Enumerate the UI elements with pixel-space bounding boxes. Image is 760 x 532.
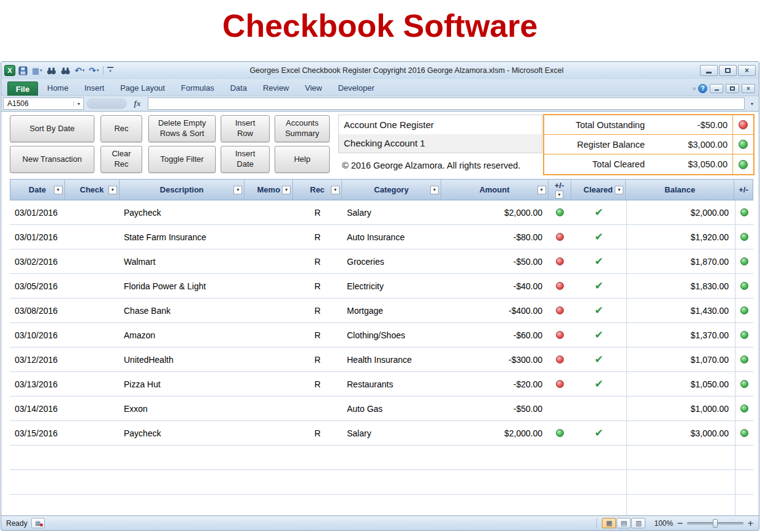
cell-balance[interactable] (626, 446, 735, 469)
cell-amount[interactable]: -$400.00 (441, 298, 549, 322)
cell-check[interactable] (64, 397, 119, 420)
cell-description[interactable]: Florida Power & Light (119, 274, 245, 298)
cell-amount_sign[interactable] (549, 372, 571, 396)
cell-amount_sign[interactable] (549, 249, 571, 273)
cell-date[interactable]: 03/10/2016 (10, 323, 64, 347)
cell-amount_sign[interactable] (549, 200, 571, 224)
cell-check[interactable] (64, 200, 119, 224)
cell-category[interactable]: Salary (342, 421, 441, 445)
workbook-close-button[interactable]: × (742, 84, 755, 93)
cell-check[interactable] (64, 372, 119, 396)
cell-memo[interactable] (245, 274, 293, 298)
cell-cleared[interactable]: ✔ (571, 249, 626, 273)
cell-balance[interactable]: $1,070.00 (626, 348, 735, 371)
cell-amount[interactable]: -$80.00 (441, 225, 549, 249)
cell-category[interactable]: Mortgage (342, 298, 441, 322)
cell-balance_sign[interactable] (735, 495, 753, 515)
cell-memo[interactable] (245, 470, 293, 494)
name-box-dropdown-icon[interactable]: ▾ (74, 101, 83, 107)
cell-amount[interactable]: -$50.00 (441, 249, 549, 273)
filter-button-cleared[interactable]: ▾ (615, 186, 623, 194)
cell-cleared[interactable]: ✔ (571, 421, 626, 445)
cell-category[interactable]: Clothing/Shoes (342, 323, 441, 347)
cell-check[interactable] (64, 348, 119, 371)
cell-date[interactable] (10, 446, 64, 469)
button-new-transaction[interactable]: New Transaction (10, 146, 94, 173)
cell-amount[interactable]: -$300.00 (441, 348, 549, 371)
minimize-ribbon-icon[interactable]: ▿ (693, 86, 696, 92)
cell-description[interactable]: Amazon (119, 323, 245, 347)
cell-balance_sign[interactable] (735, 249, 753, 273)
zoom-slider[interactable] (687, 522, 743, 525)
button-toggle-filter[interactable]: Toggle Filter (148, 146, 216, 173)
cell-rec[interactable]: R (293, 421, 342, 445)
zoom-slider-thumb[interactable] (713, 519, 718, 528)
cell-rec[interactable]: R (293, 372, 342, 396)
filter-button-memo[interactable]: ▾ (282, 186, 291, 194)
cell-cleared[interactable] (571, 470, 626, 494)
cell-amount[interactable]: $2,000.00 (441, 200, 549, 224)
save-button[interactable] (17, 66, 29, 76)
cell-memo[interactable] (245, 200, 293, 224)
cell-balance_sign[interactable] (735, 298, 753, 322)
cell-balance[interactable]: $1,830.00 (626, 274, 735, 298)
cell-balance_sign[interactable] (735, 421, 753, 445)
cell-description[interactable]: UnitedHealth (119, 348, 245, 371)
redo-button[interactable]: ↷▾ (88, 66, 100, 75)
help-icon[interactable]: ? (698, 84, 707, 93)
cell-date[interactable] (10, 495, 64, 515)
cell-description[interactable]: Walmart (119, 249, 245, 273)
cell-balance_sign[interactable] (735, 397, 753, 420)
cell-balance[interactable]: $2,000.00 (626, 200, 735, 224)
cell-rec[interactable] (293, 446, 342, 469)
customize-qat-button[interactable]: ▾ (107, 67, 113, 74)
tab-page-layout[interactable]: Page Layout (112, 80, 173, 96)
cell-category[interactable]: Groceries (342, 249, 441, 273)
cell-memo[interactable] (245, 348, 293, 371)
button-accounts-summary[interactable]: Accounts Summary (275, 115, 330, 142)
cell-amount_sign[interactable] (549, 348, 571, 371)
cell-rec[interactable] (293, 397, 342, 420)
cell-balance[interactable]: $1,430.00 (626, 298, 735, 322)
cell-check[interactable] (64, 274, 119, 298)
cell-balance[interactable]: $3,000.00 (626, 421, 735, 445)
cell-memo[interactable] (245, 495, 293, 515)
cell-description[interactable] (119, 470, 245, 494)
cell-rec[interactable]: R (293, 249, 342, 273)
cell-rec[interactable]: R (293, 274, 342, 298)
name-box[interactable]: A1506 ▾ (3, 97, 84, 110)
cell-description[interactable] (119, 446, 245, 469)
cell-category[interactable] (342, 446, 441, 469)
cell-date[interactable]: 03/01/2016 (10, 225, 64, 249)
zoom-level[interactable]: 100% (654, 519, 673, 528)
button-insert-date[interactable]: Insert Date (221, 146, 270, 173)
tab-developer[interactable]: Developer (330, 80, 382, 96)
button-rec[interactable]: Rec (101, 115, 142, 142)
cell-date[interactable]: 03/14/2016 (10, 397, 64, 420)
cell-amount_sign[interactable] (549, 397, 571, 420)
normal-view-button[interactable]: ▦ (602, 518, 616, 528)
cell-description[interactable]: Pizza Hut (119, 372, 245, 396)
cell-date[interactable]: 03/02/2016 (10, 249, 64, 273)
cell-memo[interactable] (245, 446, 293, 469)
find-select-button[interactable] (59, 66, 72, 75)
cell-amount[interactable] (441, 446, 549, 469)
cell-check[interactable] (64, 225, 119, 249)
cell-memo[interactable] (245, 249, 293, 273)
cell-memo[interactable] (245, 372, 293, 396)
cell-check[interactable] (64, 249, 119, 273)
cell-category[interactable]: Auto Gas (342, 397, 441, 420)
formula-bar-expand-icon[interactable]: ▾ (747, 97, 757, 110)
minimize-button[interactable] (700, 65, 718, 76)
cell-balance_sign[interactable] (735, 274, 753, 298)
cell-memo[interactable] (245, 397, 293, 420)
cell-description[interactable]: Paycheck (119, 421, 245, 445)
cell-category[interactable]: Salary (342, 200, 441, 224)
tab-file[interactable]: File (7, 82, 38, 96)
filter-button-amount_sign[interactable]: ▾ (555, 191, 563, 199)
cell-amount_sign[interactable] (549, 274, 571, 298)
cell-cleared[interactable]: ✔ (571, 274, 626, 298)
button-help[interactable]: Help (275, 146, 330, 173)
cell-balance[interactable]: $1,000.00 (626, 397, 735, 420)
workbook-restore-button[interactable] (726, 84, 739, 93)
